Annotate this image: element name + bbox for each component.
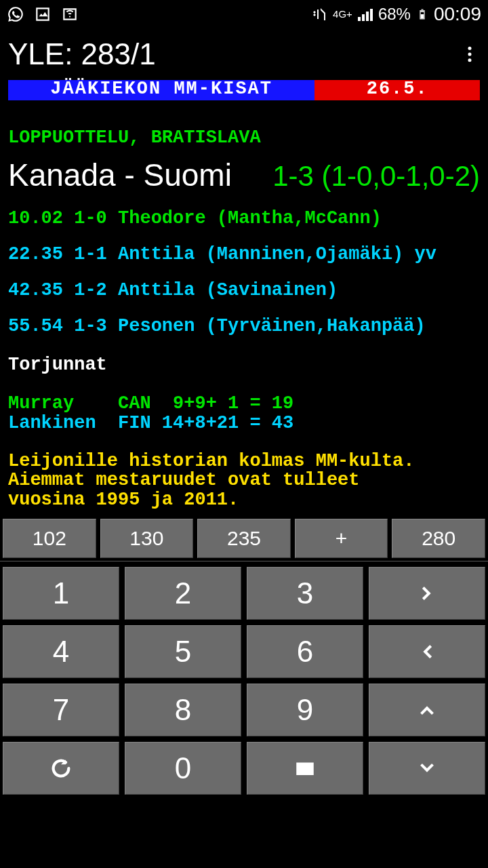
chevron-up-icon xyxy=(415,698,439,722)
vibrate-silent-icon xyxy=(311,5,327,23)
goal-event: 42.35 1-2 Anttila (Savinainen) xyxy=(8,281,480,300)
key-9[interactable]: 9 xyxy=(247,684,363,736)
saves-row: Lankinen FIN 14+8+21 = 43 xyxy=(8,414,480,433)
key-down[interactable] xyxy=(369,742,485,795)
shortcut-button[interactable]: + xyxy=(295,519,388,558)
wifi-icon xyxy=(61,5,79,23)
key-7[interactable]: 7 xyxy=(3,684,119,736)
key-3[interactable]: 3 xyxy=(247,567,363,620)
goal-event: 22.35 1-1 Anttila (Manninen,Ojamäki) yv xyxy=(8,245,480,264)
whatsapp-icon xyxy=(7,5,24,23)
clock: 00:09 xyxy=(434,3,481,25)
match-teams: Kanada - Suomi xyxy=(8,159,232,191)
svg-point-0 xyxy=(468,47,472,50)
battery-icon xyxy=(416,5,428,23)
subtitle: LOPPUOTTELU, BRATISLAVA xyxy=(8,129,480,147)
status-bar: 4G+ 68% 00:09 xyxy=(0,0,488,28)
goal-event: 55.54 1-3 Pesonen (Tyrväinen,Hakanpää) xyxy=(8,317,480,336)
picture-icon xyxy=(34,5,52,23)
chevron-left-icon xyxy=(415,640,439,663)
key-up[interactable] xyxy=(369,684,485,736)
shortcut-button[interactable]: 235 xyxy=(197,519,291,558)
teletext-content: JÄÄKIEKON MM-KISAT 26.5. LOPPUOTTELU, BR… xyxy=(0,80,488,516)
key-list[interactable] xyxy=(247,742,363,795)
key-0[interactable]: 0 xyxy=(125,742,241,795)
footer-note: Leijonille historian kolmas MM-kulta. Ai… xyxy=(8,452,480,509)
app-bar: YLE: 283/1 xyxy=(0,28,488,80)
refresh-icon xyxy=(49,757,73,780)
header-date: 26.5. xyxy=(314,80,480,100)
match-score: 1-3 (1-0,0-1,0-2) xyxy=(272,162,480,191)
shortcut-button[interactable]: 280 xyxy=(392,519,485,558)
key-4[interactable]: 4 xyxy=(3,625,119,678)
svg-point-2 xyxy=(468,58,472,62)
key-6[interactable]: 6 xyxy=(247,625,363,678)
saves-row: Murray CAN 9+9+ 1 = 19 xyxy=(8,395,480,413)
key-5[interactable]: 5 xyxy=(125,625,241,678)
shortcut-button[interactable]: 130 xyxy=(100,519,194,558)
shortcut-button[interactable]: 102 xyxy=(3,519,96,558)
match-row: Kanada - Suomi 1-3 (1-0,0-1,0-2) xyxy=(8,159,480,191)
status-left xyxy=(7,5,79,23)
key-1[interactable]: 1 xyxy=(3,567,119,620)
key-next[interactable] xyxy=(369,567,485,620)
page-title: YLE: 283/1 xyxy=(8,37,156,71)
key-refresh[interactable] xyxy=(3,742,119,795)
teletext-header: JÄÄKIEKON MM-KISAT 26.5. xyxy=(8,80,480,100)
key-8[interactable]: 8 xyxy=(125,684,241,736)
battery-percent: 68% xyxy=(378,5,411,24)
goal-event: 10.02 1-0 Theodore (Mantha,McCann) xyxy=(8,210,480,228)
saves-title: Torjunnat xyxy=(8,356,480,374)
chevron-right-icon xyxy=(415,582,439,605)
more-menu-icon[interactable] xyxy=(460,44,480,64)
key-prev[interactable] xyxy=(369,625,485,678)
header-title: JÄÄKIEKON MM-KISAT xyxy=(8,80,314,100)
svg-point-1 xyxy=(468,53,472,56)
list-icon xyxy=(293,757,317,780)
keypad: 1 2 3 4 5 6 7 8 9 0 xyxy=(0,561,488,800)
shortcut-bar: 102 130 235 + 280 xyxy=(0,516,488,561)
status-right: 4G+ 68% 00:09 xyxy=(311,3,481,25)
signal-icon xyxy=(358,7,373,21)
chevron-down-icon xyxy=(415,757,439,780)
key-2[interactable]: 2 xyxy=(125,567,241,620)
network-type: 4G+ xyxy=(333,9,352,19)
